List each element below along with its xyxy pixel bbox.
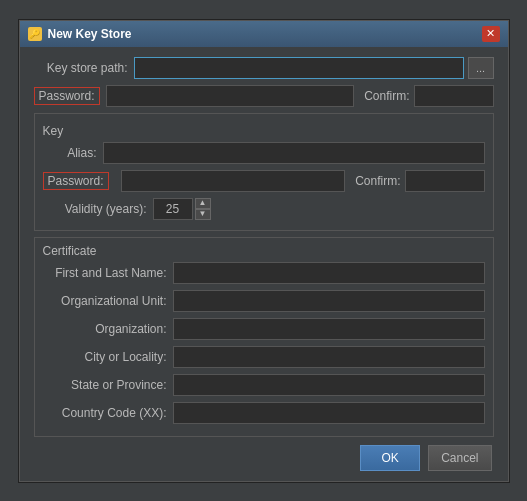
city-row: City or Locality: (43, 346, 485, 368)
cancel-button[interactable]: Cancel (428, 445, 491, 471)
validity-spinner: ▲ ▼ (153, 198, 211, 220)
browse-button[interactable]: ... (468, 57, 494, 79)
state-input[interactable] (173, 374, 485, 396)
top-confirm-label: Confirm: (364, 89, 409, 103)
country-label: Country Code (XX): (43, 406, 173, 420)
certificate-section-label: Certificate (43, 244, 485, 258)
org-unit-row: Organizational Unit: (43, 290, 485, 312)
alias-row: Alias: (43, 142, 485, 164)
title-bar-left: 🔑 New Key Store (28, 27, 132, 41)
org-unit-input[interactable] (173, 290, 485, 312)
keystore-path-input[interactable] (134, 57, 464, 79)
dialog-title: New Key Store (48, 27, 132, 41)
top-confirm-input[interactable] (414, 85, 494, 107)
alias-input[interactable] (103, 142, 485, 164)
keystore-path-label: Key store path: (34, 61, 134, 75)
key-section-label: Key (43, 124, 485, 138)
org-row: Organization: (43, 318, 485, 340)
first-last-input[interactable] (173, 262, 485, 284)
org-label: Organization: (43, 322, 173, 336)
key-confirm-input[interactable] (405, 170, 485, 192)
key-password-row: Password: Confirm: (43, 170, 485, 192)
city-input[interactable] (173, 346, 485, 368)
key-section: Key Alias: Password: Confirm: Validity (… (34, 113, 494, 231)
validity-label: Validity (years): (43, 202, 153, 216)
country-row: Country Code (XX): (43, 402, 485, 424)
alias-label: Alias: (43, 146, 103, 160)
org-unit-label: Organizational Unit: (43, 294, 173, 308)
spinner-down-button[interactable]: ▼ (195, 209, 211, 220)
state-row: State or Province: (43, 374, 485, 396)
buttons-row: OK Cancel (34, 445, 494, 471)
key-password-label: Password: (43, 172, 109, 190)
first-last-row: First and Last Name: (43, 262, 485, 284)
keystore-path-row: Key store path: ... (34, 57, 494, 79)
top-password-row: Password: Confirm: (34, 85, 494, 107)
first-last-label: First and Last Name: (43, 266, 173, 280)
top-password-input[interactable] (106, 85, 355, 107)
validity-row: Validity (years): ▲ ▼ (43, 198, 485, 220)
new-keystore-dialog: 🔑 New Key Store ✕ Key store path: ... Pa… (19, 20, 509, 482)
org-input[interactable] (173, 318, 485, 340)
certificate-section: Certificate First and Last Name: Organiz… (34, 237, 494, 437)
top-password-label: Password: (34, 87, 100, 105)
dialog-icon: 🔑 (28, 27, 42, 41)
country-input[interactable] (173, 402, 485, 424)
spinner-buttons: ▲ ▼ (195, 198, 211, 220)
key-password-input[interactable] (121, 170, 346, 192)
spinner-up-button[interactable]: ▲ (195, 198, 211, 209)
city-label: City or Locality: (43, 350, 173, 364)
validity-input[interactable] (153, 198, 193, 220)
title-bar: 🔑 New Key Store ✕ (20, 21, 508, 47)
key-confirm-label: Confirm: (355, 174, 400, 188)
ok-button[interactable]: OK (360, 445, 420, 471)
dialog-content: Key store path: ... Password: Confirm: K… (20, 47, 508, 481)
state-label: State or Province: (43, 378, 173, 392)
close-button[interactable]: ✕ (482, 26, 500, 42)
